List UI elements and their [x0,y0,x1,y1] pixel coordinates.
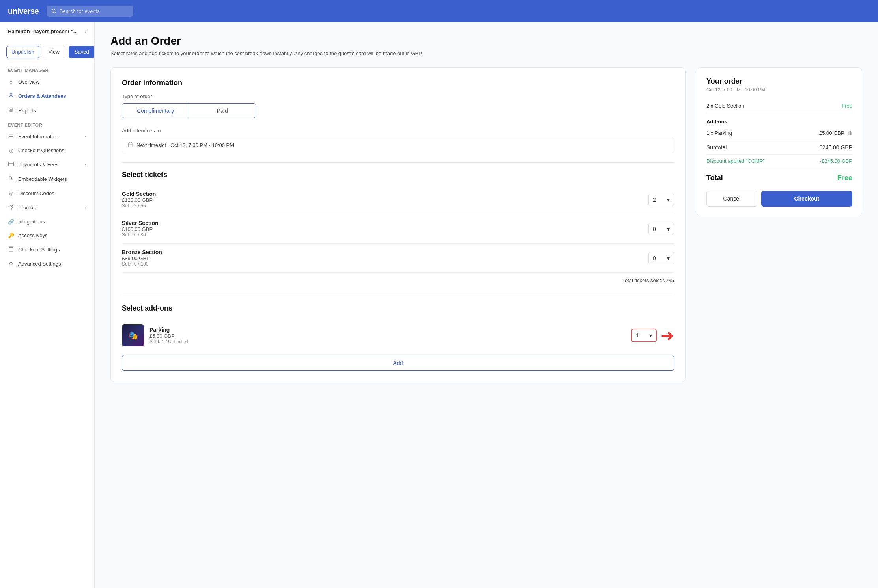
sidebar-item-advanced-settings[interactable]: ⚙ Advanced Settings [0,257,94,271]
chevron-right-icon: › [85,205,86,210]
trash-icon[interactable]: 🗑 [847,130,852,136]
sidebar-event-header[interactable]: Hamilton Players present "... › [0,22,94,41]
discount-label: Discount applied "COMP" [706,158,765,164]
sidebar-item-label: Reports [18,108,36,114]
cancel-button[interactable]: Cancel [706,191,757,207]
addons-section-label: Add-ons [706,113,852,126]
chevron-down-icon: ▾ [667,255,670,261]
sidebar-item-event-information[interactable]: ☰ Event Information › [0,130,94,143]
sidebar-item-reports[interactable]: Reports [0,103,94,118]
sidebar-item-label: Access Keys [18,233,47,238]
sidebar-item-embeddable-widgets[interactable]: Embeddable Widgets [0,172,94,186]
ticket-price: £120.00 GBP [122,197,156,203]
chevron-right-icon: › [85,162,86,167]
page-title: Add an Order [110,35,862,47]
sidebar-item-promote[interactable]: Promote › [0,200,94,215]
complimentary-toggle[interactable]: Complimentary [122,104,189,118]
red-arrow-annotation: ➜ [661,326,674,344]
sidebar-item-label: Advanced Settings [18,261,61,267]
svg-rect-3 [11,109,11,112]
addon-sold: Sold: 1 / Unlimited [149,339,626,344]
main-content: Add an Order Select rates and add ticket… [95,22,878,588]
order-form: Order information Type of order Complime… [110,67,686,382]
event-editor-label: EVENT EDITOR [0,118,94,130]
summary-item-value: Free [842,103,852,109]
ticket-sold: Sold: 0 / 100 [122,261,162,267]
view-button[interactable]: View [43,46,65,58]
total-tickets-label: Total tickets sold:2/235 [622,277,674,283]
sidebar-item-label: Orders & Attendees [18,93,66,99]
sidebar-action-buttons: Unpublish View Saved [0,41,94,63]
event-manager-label: EVENT MANAGER [0,63,94,75]
ticket-row: Silver Section £100.00 GBP Sold: 0 / 80 … [122,214,674,244]
svg-point-7 [9,177,12,179]
saved-button[interactable]: Saved [69,46,95,58]
chevron-down-icon: ▾ [649,332,652,339]
summary-item-label: 2 x Gold Section [706,103,744,109]
timeslot-row[interactable]: Next timeslot · Oct 12, 7:00 PM - 10:00 … [122,138,674,153]
ticket-price: £89.00 GBP [122,255,162,261]
chevron-down-icon: ▾ [667,226,670,232]
top-navbar: universe [0,0,878,22]
ticket-qty-select-silver[interactable]: 0 ▾ [648,223,674,235]
sidebar-item-label: Discount Codes [18,190,54,196]
discount-row: Discount applied "COMP" -£245.00 GBP [706,155,852,167]
timeslot-icon [128,142,133,149]
sidebar-item-overview[interactable]: ⌂ Overview [0,75,94,89]
sidebar-item-label: Payments & Fees [18,162,59,167]
discount-value: -£245.00 GBP [820,158,852,164]
app-logo: universe [8,7,39,16]
sidebar-item-orders[interactable]: Orders & Attendees [0,89,94,103]
bag-icon [8,246,14,253]
addon-summary-value: £5.00 GBP 🗑 [819,130,852,136]
ticket-name: Silver Section [122,220,159,226]
select-tickets-title: Select tickets [122,171,674,179]
sidebar-item-access-keys[interactable]: 🔑 Access Keys [0,229,94,242]
app-layout: Hamilton Players present "... › Unpublis… [0,22,878,588]
sidebar-item-payments-fees[interactable]: Payments & Fees › [0,157,94,172]
sidebar-item-discount-codes[interactable]: ◎ Discount Codes [0,186,94,200]
list-icon: ☰ [8,134,14,140]
sidebar-item-checkout-settings[interactable]: Checkout Settings [0,242,94,257]
ticket-name: Bronze Section [122,249,162,255]
gear-icon: ⚙ [8,261,14,267]
total-value: Free [837,174,852,182]
svg-rect-9 [129,143,133,147]
order-summary: Your order Oct 12, 7:00 PM - 10:00 PM 2 … [697,67,862,216]
addon-qty-select-parking[interactable]: 1 ▾ [631,329,657,342]
sidebar-item-integrations[interactable]: 🔗 Integrations [0,215,94,229]
type-of-order-label: Type of order [122,93,674,99]
total-label: Total [706,174,723,182]
total-tickets-row: Total tickets sold:2/235 [122,273,674,288]
search-bar[interactable] [47,6,133,17]
svg-rect-5 [9,162,14,166]
sidebar-item-label: Checkout Questions [18,147,64,153]
sidebar-item-checkout-questions[interactable]: ◎ Checkout Questions [0,143,94,157]
checkout-button[interactable]: Checkout [761,191,852,207]
ticket-sold: Sold: 2 / 55 [122,203,156,208]
add-addon-button[interactable]: Add [122,355,674,371]
ticket-qty-select-bronze[interactable]: 0 ▾ [648,252,674,264]
unpublish-button[interactable]: Unpublish [6,46,39,58]
subtotal-value: £245.00 GBP [819,144,852,151]
summary-item-row: 2 x Gold Section Free [706,99,852,113]
ticket-qty-select-gold[interactable]: 2 ▾ [648,194,674,206]
svg-rect-2 [9,110,10,112]
chart-icon [8,107,14,114]
sidebar-item-label: Overview [18,79,39,85]
addon-row: 🎭 Parking £5.00 GBP Sold: 1 / Unlimited … [122,319,674,352]
sidebar-item-label: Event Information [18,134,58,140]
chevron-right-icon: › [85,134,86,139]
paid-toggle[interactable]: Paid [189,104,256,118]
sidebar: Hamilton Players present "... › Unpublis… [0,22,95,588]
summary-actions: Cancel Checkout [706,191,852,207]
search-input[interactable] [60,8,129,14]
person-icon [8,93,14,99]
addon-qty-area: 1 ▾ ➜ [631,326,674,344]
sidebar-item-label: Integrations [18,219,45,225]
tag-icon: ◎ [8,190,14,196]
svg-point-0 [52,9,55,12]
ticket-price: £100.00 GBP [122,226,159,232]
content-grid: Order information Type of order Complime… [110,67,862,382]
summary-title: Your order [706,77,852,86]
